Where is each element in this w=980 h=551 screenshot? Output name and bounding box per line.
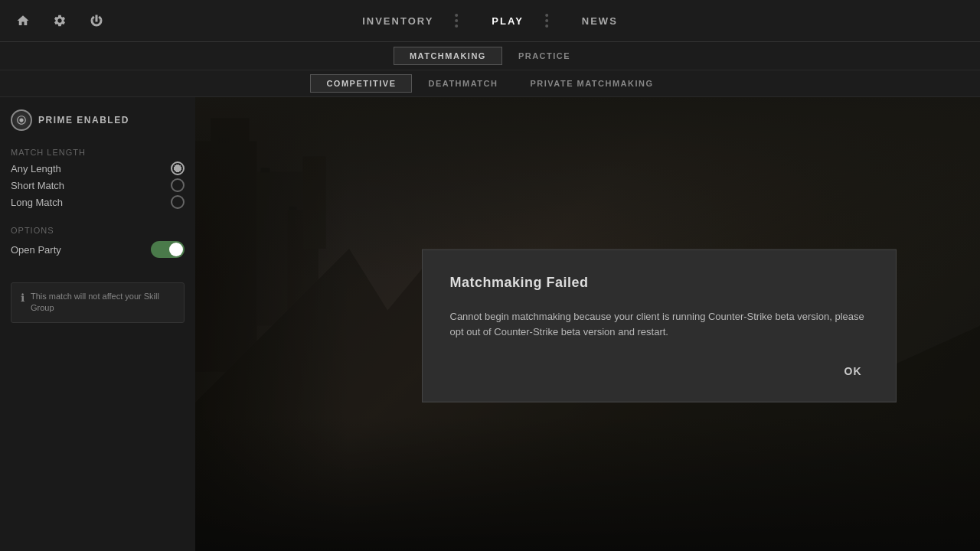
- modal-message: Cannot begin matchmaking because your cl…: [450, 308, 868, 341]
- tab-news[interactable]: NEWS: [576, 12, 624, 30]
- mode-private[interactable]: PRIVATE MATCHMAKING: [514, 74, 669, 93]
- short-match-radio[interactable]: [171, 178, 185, 192]
- prime-icon: [11, 109, 32, 131]
- home-button[interactable]: [12, 10, 34, 31]
- main-nav-tabs: INVENTORY PLAY NEWS: [356, 12, 624, 30]
- sub-nav: MATCHMAKING PRACTICE: [0, 42, 980, 70]
- modal-title: Matchmaking Failed: [450, 274, 868, 290]
- map-background: Matchmaking Failed Cannot begin matchmak…: [195, 97, 980, 551]
- match-length-label: Match Length: [11, 148, 185, 157]
- sidebar: PRIME ENABLED Match Length Any Length Sh…: [0, 97, 195, 551]
- option-short-match[interactable]: Short Match: [11, 177, 185, 194]
- nav-icons: [12, 10, 107, 31]
- toggle-knob: [169, 243, 183, 256]
- subnav-practice[interactable]: PRACTICE: [502, 47, 586, 65]
- options-section: Options Open Party: [11, 226, 185, 261]
- any-length-label: Any Length: [11, 163, 61, 174]
- option-long-match[interactable]: Long Match: [11, 194, 185, 210]
- long-match-label: Long Match: [11, 197, 63, 208]
- skill-info-text: This match will not affect your Skill Gr…: [31, 291, 175, 315]
- open-party-option: Open Party: [11, 238, 185, 261]
- modal-ok-button[interactable]: OK: [838, 362, 868, 380]
- settings-button[interactable]: [49, 10, 70, 31]
- skill-info-box: ℹ This match will not affect your Skill …: [11, 282, 185, 323]
- open-party-toggle[interactable]: [151, 241, 185, 258]
- prime-label: PRIME ENABLED: [38, 115, 129, 126]
- gear-icon: [53, 14, 67, 28]
- open-party-label: Open Party: [11, 244, 61, 256]
- tab-play[interactable]: PLAY: [485, 12, 529, 30]
- mode-deathmatch[interactable]: DEATHMATCH: [412, 74, 514, 93]
- long-match-radio[interactable]: [171, 195, 185, 209]
- prime-badge: PRIME ENABLED: [11, 109, 185, 131]
- match-length-section: Match Length Any Length Short Match Long…: [11, 148, 185, 210]
- main-content: PRIME ENABLED Match Length Any Length Sh…: [0, 97, 980, 551]
- short-match-label: Short Match: [11, 180, 64, 191]
- any-length-radio[interactable]: [171, 161, 185, 175]
- option-any-length[interactable]: Any Length: [11, 160, 185, 177]
- prime-star-icon: [16, 115, 27, 126]
- power-icon: [90, 14, 103, 28]
- modal-dialog: Matchmaking Failed Cannot begin matchmak…: [422, 249, 897, 403]
- tab-inventory[interactable]: INVENTORY: [356, 12, 439, 30]
- mode-tabs: COMPETITIVE DEATHMATCH PRIVATE MATCHMAKI…: [0, 70, 980, 97]
- top-nav: INVENTORY PLAY NEWS: [0, 0, 980, 42]
- map-area: Matchmaking Failed Cannot begin matchmak…: [195, 97, 980, 551]
- home-icon: [16, 14, 30, 28]
- modal-footer: OK: [450, 362, 868, 380]
- options-label: Options: [11, 226, 185, 235]
- subnav-matchmaking[interactable]: MATCHMAKING: [394, 47, 502, 65]
- info-icon: ℹ: [21, 292, 24, 304]
- mode-competitive[interactable]: COMPETITIVE: [310, 74, 412, 93]
- power-button[interactable]: [86, 10, 107, 31]
